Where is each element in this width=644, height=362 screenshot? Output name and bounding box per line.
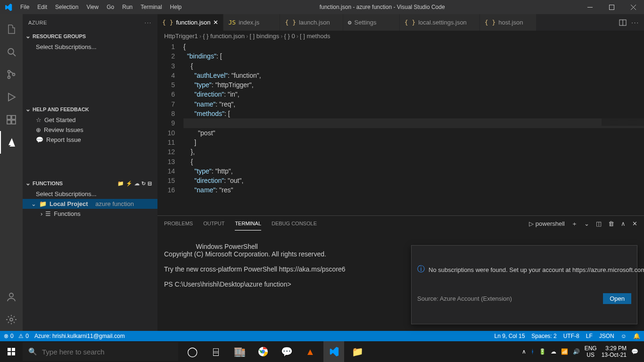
wifi-icon[interactable]: 📶 [561,348,568,355]
volume-icon[interactable]: 🔊 [573,348,580,355]
local-project-item[interactable]: ⌄ 📁 Local Project azure function [23,199,157,209]
breadcrumb-item[interactable]: [ ] bindings [249,33,279,40]
breadcrumb-item[interactable]: [ ] methods [300,33,330,40]
settings-gear-icon[interactable] [0,308,23,331]
section-resource-groups[interactable]: ⌄ RESOURCE GROUPS [23,31,157,42]
menu-run[interactable]: Run [118,1,136,13]
status-encoding[interactable]: UTF-8 [563,333,579,339]
account-icon[interactable] [0,286,23,308]
search-icon[interactable] [0,41,23,63]
bluetooth-icon[interactable]: ᚼ [531,348,534,355]
menu-go[interactable]: Go [103,1,118,13]
battery-icon[interactable]: 🔋 [539,348,546,355]
taskbar-search[interactable]: 🔍 [23,342,178,361]
kill-terminal-icon[interactable]: 🗑 [608,220,614,227]
explorer-icon[interactable] [0,18,23,41]
breadcrumb-item[interactable]: { } function.json [203,33,245,40]
close-panel-icon[interactable]: ✕ [632,220,637,227]
new-project-icon[interactable]: 📁 [117,181,124,187]
more-icon[interactable]: ··· [631,19,639,26]
status-bell-icon[interactable]: 🔔 [633,333,640,339]
status-cursor-pos[interactable]: Ln 9, Col 15 [495,333,525,339]
run-debug-icon[interactable] [0,86,23,108]
code-line[interactable]: "direction": "in", [183,90,644,99]
cortana-icon[interactable]: ⌸ [206,341,226,362]
status-errors[interactable]: ⊗ 0 ⚠ 0 [4,333,29,339]
menu-view[interactable]: View [83,1,102,13]
code-line[interactable]: }, [183,147,644,156]
code-line[interactable]: "methods": [ [183,109,644,118]
refresh-icon[interactable]: ↻ [141,181,146,187]
whatsapp-icon[interactable]: 💬 [276,341,297,362]
status-language[interactable]: JSON [599,333,614,339]
menu-terminal[interactable]: Terminal [137,1,165,13]
start-button[interactable] [0,341,23,362]
tab-Settings[interactable]: ⚙Settings✕ [343,14,400,31]
menu-selection[interactable]: Selection [51,1,82,13]
panel-tab-debug-console[interactable]: DEBUG CONSOLE [272,217,317,230]
code-line[interactable]: "type": "httpTrigger", [183,80,644,90]
menu-help[interactable]: Help [166,1,186,13]
section-functions[interactable]: ⌄ FUNCTIONS 📁 ⚡ ☁ ↻ ⊟ [23,178,157,189]
tab-index-js[interactable]: JSindex.js✕ [223,14,280,31]
language-indicator[interactable]: ENGUS [585,345,597,359]
collapse-icon[interactable]: ⊟ [148,181,152,187]
deploy-icon[interactable]: ☁ [134,181,140,187]
taskbar-clock[interactable]: 3:29 PM13-Oct-21 [602,345,627,359]
source-control-icon[interactable] [0,63,23,86]
tab-local-settings-json[interactable]: { }local.settings.json✕ [400,14,480,31]
panel-tab-problems[interactable]: PROBLEMS [164,217,193,230]
breadcrumb-item[interactable]: HttpTrigger1 [164,33,198,40]
code-line[interactable]: { [183,61,644,71]
tab-host-json[interactable]: { }host.json✕ [480,14,537,31]
maximize-panel-icon[interactable]: ∧ [621,220,626,227]
resource-select-subscriptions[interactable]: Select Subscriptions... [23,42,157,52]
panel-tab-output[interactable]: OUTPUT [203,217,224,230]
code-line[interactable]: "name": "req", [183,99,644,109]
code-line[interactable]: "bindings": [ [183,51,644,61]
code-line[interactable]: "direction": "out", [183,176,644,185]
store-icon[interactable]: 🏬 [229,341,250,362]
status-eol[interactable]: LF [586,333,593,339]
terminal-content[interactable]: Windows PowerShell Copyright (C) Microso… [157,231,644,331]
functions-node[interactable]: › ☰ Functions [23,209,157,219]
terminal-shell-label[interactable]: ▷ powershell [529,220,565,227]
minimap[interactable] [602,69,644,126]
breadcrumb-item[interactable]: { } 0 [284,33,295,40]
code-line[interactable]: "type": "http", [183,166,644,176]
code-editor[interactable]: 12345678910111213141516 { "bindings": [ … [157,41,644,215]
new-terminal-icon[interactable]: ＋ [571,220,578,228]
onedrive-icon[interactable]: ☁ [551,348,556,355]
help-get-started[interactable]: ☆Get Started [23,115,157,125]
code-line[interactable]: ] [183,138,644,147]
code-line[interactable]: { [183,42,644,51]
explorer-taskbar-icon[interactable]: 📁 [347,341,368,362]
status-azure-account[interactable]: Azure: hrishi.kulkarni11@gmail.com [34,333,125,339]
more-icon[interactable]: ··· [145,20,152,25]
terminal-dropdown-icon[interactable]: ⌄ [584,220,589,227]
taskbar-search-input[interactable] [42,348,173,356]
split-editor-icon[interactable] [619,19,627,26]
panel-tab-terminal[interactable]: TERMINAL [235,217,261,230]
code-line[interactable]: { [183,157,644,166]
tab-function-json[interactable]: { }function.json✕ [157,14,223,31]
code-line[interactable]: "name": "res" [183,185,644,195]
menu-file[interactable]: File [17,1,33,13]
vlc-icon[interactable]: ▲ [300,341,321,362]
extensions-icon[interactable] [0,108,23,131]
toast-open-button[interactable]: Open [603,293,631,304]
maximize-button[interactable] [601,0,622,14]
tray-expand-icon[interactable]: ∧ [522,348,526,355]
help-report-issue[interactable]: 💬Report Issue [23,135,157,145]
notifications-icon[interactable]: 💬 [631,348,638,355]
close-icon[interactable]: ✕ [213,19,218,26]
functions-select-subscriptions[interactable]: Select Subscriptions... [23,189,157,199]
minimize-button[interactable] [579,0,601,14]
azure-icon[interactable] [0,131,23,154]
vscode-taskbar-icon[interactable] [323,341,344,362]
tab-launch-json[interactable]: { }launch.json✕ [280,14,343,31]
lightning-icon[interactable]: ⚡ [126,181,132,187]
status-spaces[interactable]: Spaces: 2 [531,333,556,339]
split-terminal-icon[interactable]: ◫ [596,220,602,227]
chrome-icon[interactable] [253,341,273,362]
